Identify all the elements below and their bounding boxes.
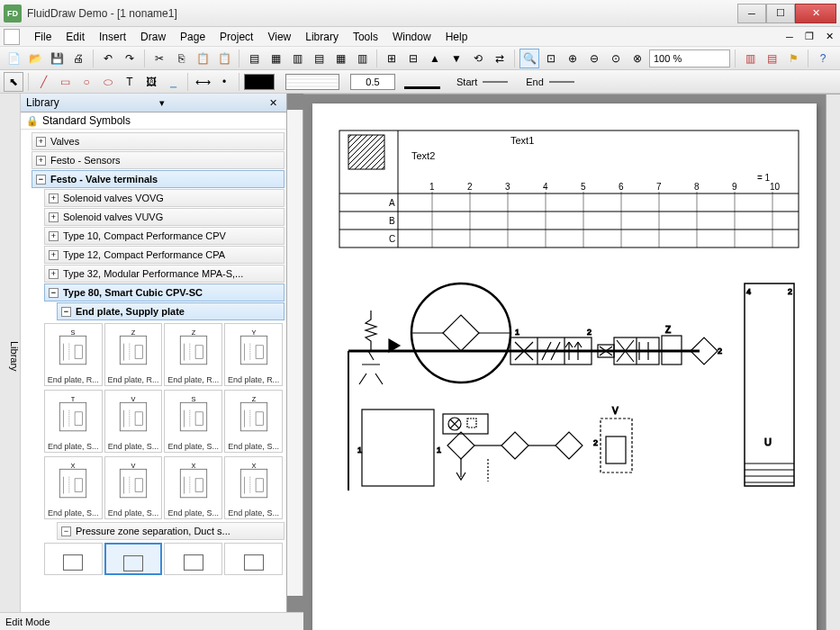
group-button[interactable]: ⊞ bbox=[382, 49, 402, 68]
collapse-icon[interactable]: − bbox=[49, 288, 59, 298]
select-tool-button[interactable]: ⬉ bbox=[4, 72, 23, 92]
drawing-page[interactable]: Text1 Text2 12345678910 = 1 ABC bbox=[312, 104, 817, 630]
symbol-thumbnail[interactable]: SEnd plate, S... bbox=[164, 390, 222, 453]
align-center-button[interactable]: ▦ bbox=[266, 49, 285, 68]
zoom-out-button[interactable]: ⊖ bbox=[584, 49, 604, 68]
zoom-100-button[interactable]: ⊙ bbox=[606, 49, 626, 68]
expand-icon[interactable]: + bbox=[49, 231, 59, 241]
text-tool-button[interactable]: T bbox=[120, 72, 140, 92]
expand-icon[interactable]: + bbox=[49, 212, 59, 222]
menu-tools[interactable]: Tools bbox=[346, 29, 385, 45]
mirror-button[interactable]: ⇄ bbox=[490, 49, 510, 68]
symbol-thumbnail[interactable]: ZEnd plate, S... bbox=[224, 390, 283, 453]
collapse-icon[interactable]: − bbox=[36, 175, 46, 184]
expand-icon[interactable]: + bbox=[49, 194, 59, 203]
paste-button[interactable]: 📋 bbox=[193, 49, 212, 68]
menu-insert[interactable]: Insert bbox=[92, 29, 133, 45]
zoom-fit-button[interactable]: ⊡ bbox=[541, 49, 561, 68]
zoom-level-select[interactable] bbox=[649, 50, 730, 68]
menu-help[interactable]: Help bbox=[438, 29, 475, 45]
rotate-button[interactable]: ⟲ bbox=[468, 49, 488, 68]
tree-node[interactable]: −Pressure zone separation, Duct s... bbox=[57, 522, 285, 540]
expand-icon[interactable]: + bbox=[49, 269, 59, 279]
collapse-icon[interactable]: − bbox=[61, 526, 71, 536]
expand-icon[interactable]: + bbox=[49, 250, 59, 260]
arrow-start-select[interactable] bbox=[483, 75, 510, 89]
bring-front-button[interactable]: ▲ bbox=[425, 49, 445, 68]
zoom-in-button[interactable]: ⊕ bbox=[563, 49, 583, 68]
vertical-scrollbar[interactable] bbox=[826, 94, 840, 630]
line-style-select[interactable] bbox=[404, 75, 440, 89]
toggle-panel2-button[interactable]: ▤ bbox=[762, 49, 781, 68]
menu-edit[interactable]: Edit bbox=[59, 29, 92, 45]
dimension-tool-button[interactable]: ⟷ bbox=[193, 72, 212, 92]
menu-page[interactable]: Page bbox=[173, 29, 212, 45]
align-right-button[interactable]: ▥ bbox=[287, 49, 307, 68]
symbol-thumbnail[interactable]: VEnd plate, S... bbox=[104, 390, 163, 453]
align-bottom-button[interactable]: ▥ bbox=[352, 49, 372, 68]
help-button[interactable]: ? bbox=[813, 49, 833, 68]
tree-node[interactable]: −End plate, Supply plate bbox=[57, 302, 285, 320]
tree-node[interactable]: +Type 32, Modular Performance MPA-S,... bbox=[44, 265, 285, 283]
menu-draw[interactable]: Draw bbox=[133, 29, 173, 45]
expand-icon[interactable]: + bbox=[36, 137, 46, 147]
symbol-thumbnail[interactable]: XEnd plate, S... bbox=[44, 456, 103, 519]
open-button[interactable]: 📂 bbox=[25, 49, 45, 68]
tree-node[interactable]: +Solenoid valves VOVG bbox=[44, 189, 285, 207]
zoom-prev-button[interactable]: ⊗ bbox=[628, 49, 647, 68]
cut-button[interactable]: ✂ bbox=[149, 49, 169, 68]
align-top-button[interactable]: ▤ bbox=[309, 49, 329, 68]
symbol-thumbnail[interactable]: VEnd plate, S... bbox=[104, 456, 163, 519]
tree-node[interactable]: +Solenoid valves VUVG bbox=[44, 208, 285, 226]
symbol-thumbnail[interactable] bbox=[44, 543, 103, 575]
library-close-button[interactable]: ✕ bbox=[266, 97, 281, 109]
symbol-thumbnail[interactable]: ZEnd plate, R... bbox=[164, 323, 222, 386]
tree-node[interactable]: +Festo - Sensors bbox=[32, 151, 285, 169]
mdi-restore-button[interactable]: ❐ bbox=[802, 31, 817, 43]
window-close-button[interactable]: ✕ bbox=[795, 4, 836, 23]
canvas-viewport[interactable]: Text1 Text2 12345678910 = 1 ABC bbox=[303, 94, 826, 630]
connector-tool-button[interactable]: ⎯ bbox=[163, 72, 183, 92]
tree-node[interactable]: +Type 10, Compact Performance CPV bbox=[44, 227, 285, 245]
symbol-thumbnail[interactable]: YEnd plate, R... bbox=[224, 323, 283, 386]
zoom-window-button[interactable]: 🔍 bbox=[519, 49, 539, 68]
symbol-thumbnail[interactable]: ZEnd plate, R... bbox=[104, 323, 163, 386]
expand-icon[interactable]: + bbox=[36, 156, 46, 166]
print-button[interactable]: 🖨 bbox=[68, 49, 88, 68]
library-side-tab[interactable]: Library bbox=[0, 94, 21, 612]
send-back-button[interactable]: ▼ bbox=[447, 49, 466, 68]
copy-button[interactable]: ⎘ bbox=[171, 49, 191, 68]
symbol-thumbnail[interactable] bbox=[164, 543, 222, 575]
undo-button[interactable]: ↶ bbox=[98, 49, 118, 68]
window-minimize-button[interactable]: ─ bbox=[737, 4, 766, 23]
symbol-thumbnail[interactable] bbox=[224, 543, 283, 575]
point-tool-button[interactable]: • bbox=[214, 72, 234, 92]
collapse-icon[interactable]: − bbox=[61, 307, 71, 317]
ungroup-button[interactable]: ⊟ bbox=[403, 49, 423, 68]
line-width-input[interactable] bbox=[350, 74, 395, 90]
library-dropdown-button[interactable]: ▾ bbox=[156, 97, 168, 109]
align-left-button[interactable]: ▤ bbox=[244, 49, 264, 68]
ellipse-tool-button[interactable]: ⬭ bbox=[98, 72, 118, 92]
tree-node[interactable]: +Valves bbox=[32, 132, 285, 150]
redo-button[interactable]: ↷ bbox=[120, 49, 140, 68]
save-button[interactable]: 💾 bbox=[47, 49, 67, 68]
tree-node[interactable]: +Type 12, Compact Performance CPA bbox=[44, 246, 285, 264]
window-maximize-button[interactable]: ☐ bbox=[766, 4, 795, 23]
menu-window[interactable]: Window bbox=[385, 29, 438, 45]
mdi-minimize-button[interactable]: ─ bbox=[782, 31, 797, 43]
tree-node[interactable]: −Type 80, Smart Cubic CPV-SC bbox=[44, 284, 285, 302]
symbol-thumbnail[interactable]: XEnd plate, S... bbox=[224, 456, 283, 519]
check-button[interactable]: ⚑ bbox=[783, 49, 803, 68]
tree-node[interactable]: −Festo - Valve terminals bbox=[32, 170, 285, 188]
symbol-thumbnail[interactable]: XEnd plate, S... bbox=[164, 456, 222, 519]
circle-tool-button[interactable]: ○ bbox=[77, 72, 96, 92]
symbol-thumbnail[interactable]: TEnd plate, S... bbox=[44, 390, 103, 453]
menu-view[interactable]: View bbox=[260, 29, 298, 45]
line-color-swatch[interactable] bbox=[244, 74, 275, 90]
align-middle-button[interactable]: ▦ bbox=[330, 49, 350, 68]
menu-project[interactable]: Project bbox=[212, 29, 260, 45]
mdi-close-button[interactable]: ✕ bbox=[822, 31, 836, 43]
image-tool-button[interactable]: 🖼 bbox=[141, 72, 161, 92]
rect-tool-button[interactable]: ▭ bbox=[55, 72, 75, 92]
